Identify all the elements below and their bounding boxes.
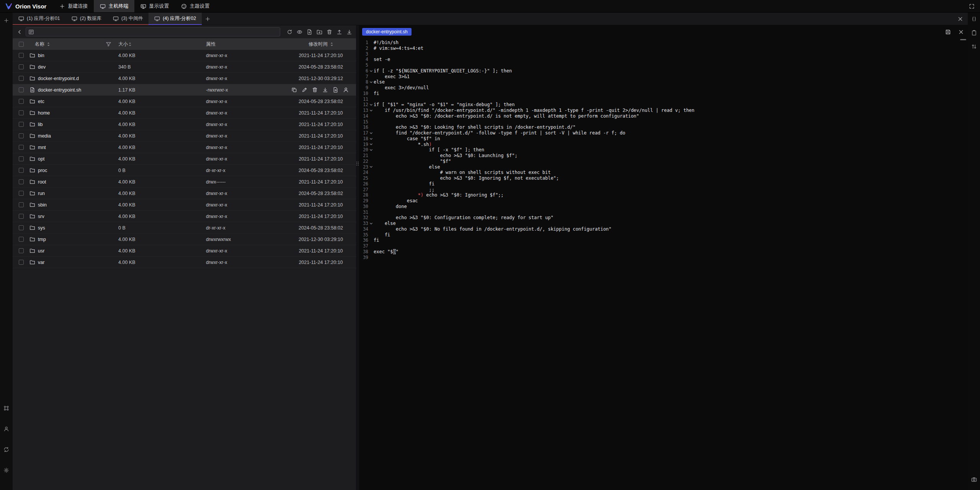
line-number: 19	[359, 142, 368, 147]
row-checkbox[interactable]	[19, 202, 24, 207]
row-checkbox[interactable]	[19, 110, 24, 115]
tab-1[interactable]: (1) 应用-分析01	[13, 13, 66, 25]
row-checkbox[interactable]	[19, 214, 24, 219]
table-row-root[interactable]: root4.00 KBdrwx------2021-11-24 17:20:10	[13, 176, 356, 188]
table-row-proc[interactable]: proc0 Bdr-xr-xr-x2024-05-28 23:58:02	[13, 165, 356, 176]
code-editor[interactable]: 1#!/bin/sh2# vim:sw=4:ts=4:et34set -e56i…	[359, 38, 960, 490]
row-mtime: 2021-11-24 17:20:10	[286, 153, 356, 164]
clipboard-button[interactable]	[969, 28, 978, 37]
new-file-button[interactable]	[305, 27, 314, 36]
user-button[interactable]	[2, 424, 11, 433]
panel-resize-handle[interactable]	[356, 162, 359, 166]
row-checkbox[interactable]	[19, 122, 24, 127]
editor-file-tag[interactable]: docker-entrypoint.sh	[362, 28, 412, 36]
row-checkbox[interactable]	[19, 87, 24, 92]
download-button[interactable]	[345, 27, 354, 36]
path-input[interactable]	[36, 29, 278, 34]
table-row-lib[interactable]: lib4.00 KBdrwxr-xr-x2021-11-24 17:20:10	[13, 119, 356, 130]
row-checkbox[interactable]	[19, 64, 24, 69]
shortcuts-button[interactable]	[2, 403, 11, 413]
fold-chevron-icon[interactable]	[368, 102, 374, 108]
row-checkbox[interactable]	[19, 237, 24, 242]
fold-chevron-icon[interactable]	[368, 108, 374, 113]
row-checkbox[interactable]	[19, 168, 24, 173]
sort-mtime-icon[interactable]	[330, 42, 333, 46]
back-button[interactable]	[16, 28, 24, 36]
table-row-docker-entrypoint.sh[interactable]: docker-entrypoint.sh1.17 KB-rwxrwxr-x	[13, 84, 356, 96]
refresh-button[interactable]	[285, 27, 294, 36]
table-row-tmp[interactable]: tmp4.00 KBdrwxrwxrwx2021-12-30 03:29:10	[13, 234, 356, 245]
row-checkbox[interactable]	[19, 260, 24, 265]
table-row-mnt[interactable]: mnt4.00 KBdrwxr-xr-x2021-11-24 17:20:10	[13, 142, 356, 153]
fold-chevron-icon[interactable]	[368, 164, 374, 170]
delete-button[interactable]	[311, 87, 318, 93]
fold-chevron-icon[interactable]	[368, 68, 374, 74]
table-row-bin[interactable]: bin4.00 KBdrwxr-xr-x2021-11-24 17:20:10	[13, 50, 356, 61]
tab-4[interactable]: (4) 应用-分析02	[149, 13, 202, 25]
scroll-direction-button[interactable]	[969, 42, 978, 51]
row-checkbox[interactable]	[19, 53, 24, 58]
panel-divider[interactable]	[356, 25, 359, 490]
move-button[interactable]	[332, 87, 339, 93]
close-all-tabs-button[interactable]	[956, 14, 965, 23]
row-checkbox[interactable]	[19, 99, 24, 104]
row-checkbox[interactable]	[19, 145, 24, 150]
nav-item-display-settings[interactable]: 显示设置	[134, 0, 175, 12]
editor-config-button[interactable]	[969, 14, 978, 23]
table-row-home[interactable]: home4.00 KBdrwxr-xr-x2021-11-24 17:20:10	[13, 107, 356, 119]
table-row-media[interactable]: media4.00 KBdrwxr-xr-x2021-11-24 17:20:1…	[13, 130, 356, 142]
tab-3[interactable]: (3) 中间件	[107, 13, 149, 25]
copy-button[interactable]	[291, 87, 297, 93]
fold-chevron-icon[interactable]	[368, 130, 374, 136]
table-row-dev[interactable]: dev340 Bdrwxr-xr-x2024-05-28 23:58:02	[13, 61, 356, 73]
sort-size-icon[interactable]	[129, 42, 131, 46]
table-row-usr[interactable]: usr4.00 KBdrwxr-xr-x2021-11-24 17:20:10	[13, 245, 356, 257]
fold-chevron-icon[interactable]	[368, 79, 374, 85]
left-sidebar-bottom	[2, 403, 11, 490]
file-name: media	[38, 133, 51, 139]
fullscreen-button[interactable]	[967, 2, 976, 11]
fold-chevron-icon[interactable]	[368, 142, 374, 147]
sidebar-new-button[interactable]	[2, 16, 11, 25]
row-checkbox[interactable]	[19, 248, 24, 253]
permission-button[interactable]	[342, 87, 349, 93]
table-row-etc[interactable]: etc4.00 KBdrwxr-xr-x2024-05-28 23:58:02	[13, 96, 356, 107]
filter-icon[interactable]	[106, 41, 111, 47]
table-row-run[interactable]: run4.00 KBdrwxr-xr-x2024-05-28 23:58:02	[13, 188, 356, 199]
row-checkbox[interactable]	[19, 76, 24, 81]
edit-button[interactable]	[301, 87, 308, 93]
download-button[interactable]	[322, 87, 328, 93]
select-all-checkbox[interactable]	[19, 42, 24, 47]
row-checkbox[interactable]	[19, 179, 24, 184]
table-row-sys[interactable]: sys0 Bdr-xr-xr-x2024-05-28 23:58:02	[13, 222, 356, 234]
table-row-docker-entrypoint.d[interactable]: docker-entrypoint.d4.00 KBdrwxr-xr-x2021…	[13, 73, 356, 84]
table-row-sbin[interactable]: sbin4.00 KBdrwxr-xr-x2021-11-24 17:20:10	[13, 199, 356, 211]
row-checkbox[interactable]	[19, 225, 24, 230]
save-button[interactable]	[943, 27, 952, 36]
nav-item-theme-settings[interactable]: 主题设置	[175, 0, 216, 12]
sort-name-icon[interactable]	[47, 42, 50, 46]
tab-2[interactable]: (2) 数据库	[66, 13, 107, 25]
editor-scrollbar-thumb[interactable]	[960, 39, 966, 40]
delete-button[interactable]	[325, 27, 334, 36]
table-row-srv[interactable]: srv4.00 KBdrwxr-xr-x2021-11-24 17:20:10	[13, 211, 356, 222]
settings-button[interactable]	[2, 465, 11, 475]
fold-chevron-icon[interactable]	[368, 147, 374, 153]
upload-button[interactable]	[335, 27, 344, 36]
nav-item-host-terminal[interactable]: 主机终端	[94, 0, 134, 12]
preview-button[interactable]	[295, 27, 304, 36]
new-tab-button[interactable]	[202, 13, 213, 25]
new-folder-button[interactable]	[315, 27, 324, 36]
nav-item-new-connection[interactable]: 新建连接	[53, 0, 94, 12]
row-checkbox[interactable]	[19, 133, 24, 138]
row-checkbox[interactable]	[19, 191, 24, 196]
table-row-var[interactable]: var4.00 KBdrwxr-xr-x2021-11-24 17:20:10	[13, 257, 356, 268]
sync-button[interactable]	[2, 445, 11, 454]
screenshot-button[interactable]	[969, 475, 978, 484]
fold-chevron-icon[interactable]	[368, 221, 374, 226]
line-number: 29	[359, 198, 368, 204]
table-row-opt[interactable]: opt4.00 KBdrwxr-xr-x2021-11-24 17:20:10	[13, 153, 356, 165]
row-checkbox[interactable]	[19, 156, 24, 161]
editor-close-button[interactable]	[956, 27, 965, 36]
fold-chevron-icon[interactable]	[368, 136, 374, 142]
